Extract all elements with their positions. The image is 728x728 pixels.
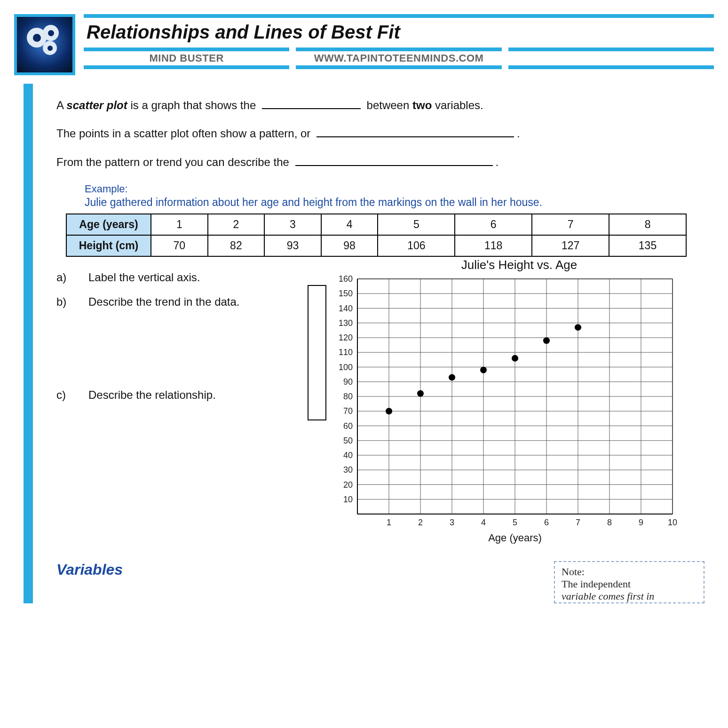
page-title: Relationships and Lines of Best Fit — [84, 21, 714, 47]
svg-point-58 — [480, 367, 487, 373]
svg-point-60 — [543, 337, 550, 344]
svg-point-59 — [512, 355, 518, 362]
cell: 106 — [378, 235, 455, 256]
svg-text:10: 10 — [668, 518, 677, 527]
note-box: Note: The independent variable comes fir… — [554, 561, 704, 603]
svg-text:5: 5 — [513, 518, 517, 527]
brand-logo — [14, 14, 75, 75]
term-two: two — [412, 99, 432, 111]
svg-text:60: 60 — [343, 421, 353, 431]
intro-text: A scatter plot is a graph that shows the… — [56, 98, 704, 170]
text: The points in a scatter plot often show … — [56, 127, 314, 140]
svg-text:110: 110 — [339, 348, 353, 357]
table-row: Age (years) 1 2 3 4 5 6 7 8 — [66, 214, 686, 235]
accent-bar — [84, 47, 289, 51]
question-c: Describe the relationship. — [88, 388, 292, 402]
cell: 5 — [378, 214, 455, 235]
cell: 135 — [609, 235, 686, 256]
chart-svg: 1234567891010203040506070809010011012013… — [306, 274, 682, 547]
svg-text:8: 8 — [607, 518, 612, 527]
title-block: Relationships and Lines of Best Fit MIND… — [84, 14, 714, 69]
svg-text:6: 6 — [544, 518, 549, 527]
subtitle-row: MIND BUSTER WWW.TAPINTOTEENMINDS.COM . — [84, 47, 714, 69]
cell: 118 — [455, 235, 532, 256]
left-rail — [24, 84, 33, 603]
svg-text:3: 3 — [450, 518, 454, 527]
subtitle-left: MIND BUSTER — [84, 51, 289, 65]
scatter-chart: Julie's Height vs. Age 12345678910102030… — [306, 257, 704, 547]
variables-heading: Variables — [56, 561, 526, 578]
svg-point-56 — [417, 390, 424, 397]
question-label-b: b) — [56, 295, 72, 309]
accent-bar — [296, 65, 501, 69]
svg-text:40: 40 — [343, 451, 353, 460]
term-scatter-plot: scatter plot — [66, 99, 127, 111]
svg-text:30: 30 — [343, 465, 353, 475]
text: is a graph that shows the — [127, 99, 259, 111]
note-line: The independent — [562, 578, 697, 590]
question-label-c: c) — [56, 388, 72, 402]
cell: 1 — [151, 214, 208, 235]
svg-text:150: 150 — [339, 289, 353, 298]
example-label: Example: — [85, 183, 704, 195]
question-b: Describe the trend in the data. — [88, 295, 292, 309]
svg-text:50: 50 — [343, 436, 353, 445]
svg-text:4: 4 — [481, 518, 486, 527]
chart-title: Julie's Height vs. Age — [334, 258, 704, 272]
cell: 2 — [208, 214, 265, 235]
text: A — [56, 99, 66, 111]
text: variables. — [432, 99, 483, 111]
svg-text:100: 100 — [339, 363, 353, 372]
svg-text:1: 1 — [387, 518, 391, 527]
question-a: Label the vertical axis. — [88, 271, 292, 284]
data-table: Age (years) 1 2 3 4 5 6 7 8 Height (cm) … — [66, 214, 687, 257]
cell: 8 — [609, 214, 686, 235]
svg-text:7: 7 — [576, 518, 580, 527]
svg-text:90: 90 — [343, 377, 353, 387]
question-label-a: a) — [56, 271, 72, 284]
y-axis-label-box[interactable] — [308, 285, 326, 420]
accent-bar — [84, 65, 289, 69]
svg-text:Age (years): Age (years) — [488, 532, 542, 544]
fill-blank[interactable] — [295, 156, 493, 166]
svg-point-61 — [575, 324, 581, 331]
example-desc: Julie gathered information about her age… — [85, 196, 704, 209]
text: between — [364, 99, 412, 111]
accent-bar — [508, 47, 714, 51]
accent-bar — [296, 47, 501, 51]
fill-blank[interactable] — [262, 99, 361, 109]
example-heading: Example: Julie gathered information abou… — [85, 183, 704, 209]
subtitle-right: WWW.TAPINTOTEENMINDS.COM — [296, 51, 501, 65]
svg-text:160: 160 — [339, 274, 353, 284]
accent-bar — [84, 14, 714, 18]
svg-point-57 — [449, 374, 455, 381]
cell: 93 — [264, 235, 321, 256]
worksheet-content: A scatter plot is a graph that shows the… — [33, 84, 714, 603]
svg-text:70: 70 — [343, 406, 353, 416]
row-header-age: Age (years) — [66, 214, 151, 235]
table-row: Height (cm) 70 82 93 98 106 118 127 135 — [66, 235, 686, 256]
header: Relationships and Lines of Best Fit MIND… — [14, 14, 714, 75]
svg-text:80: 80 — [343, 392, 353, 401]
cell: 3 — [264, 214, 321, 235]
cell: 7 — [532, 214, 609, 235]
cell: 6 — [455, 214, 532, 235]
svg-point-55 — [386, 408, 392, 414]
note-title: Note: — [562, 566, 697, 578]
text: From the pattern or trend you can descri… — [56, 156, 293, 168]
text: . — [496, 156, 499, 168]
svg-text:140: 140 — [339, 304, 353, 313]
questions: a) Label the vertical axis. b) Describe … — [56, 257, 292, 413]
cell: 98 — [321, 235, 378, 256]
gears-icon — [26, 26, 63, 63]
cell: 82 — [208, 235, 265, 256]
svg-text:2: 2 — [418, 518, 423, 527]
accent-bar — [508, 65, 714, 69]
svg-text:130: 130 — [339, 318, 353, 328]
svg-text:20: 20 — [343, 480, 353, 490]
svg-text:9: 9 — [639, 518, 643, 527]
fill-blank[interactable] — [317, 127, 514, 138]
row-header-height: Height (cm) — [66, 235, 151, 256]
cell: 4 — [321, 214, 378, 235]
svg-text:10: 10 — [343, 495, 353, 504]
